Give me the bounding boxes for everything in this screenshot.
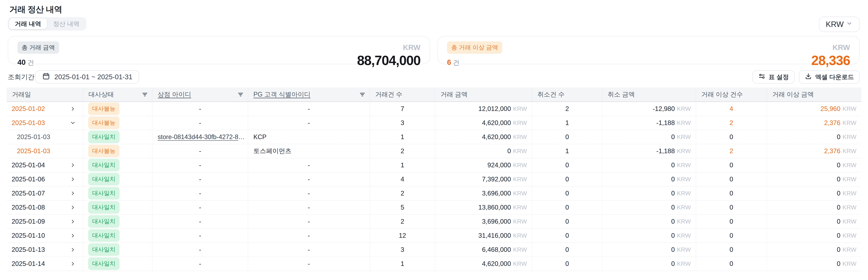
chevron-right-icon[interactable] [70, 247, 76, 253]
transaction-date: 2025-01-13 [11, 246, 45, 253]
date-range-picker[interactable]: 2025-01-01 ~ 2025-01-31 [35, 70, 139, 84]
tab-settlement-history[interactable]: 정산 내역 [48, 19, 85, 29]
transaction-amount: 12,012,000 [478, 105, 511, 113]
total-transaction-amount-card: 총 거래 금액 KRW 40 건 88,704,000 [8, 36, 430, 64]
card-count: 40 [18, 58, 26, 66]
currency-suffix: KRW [842, 162, 857, 169]
table-row: 2025-01-06대사일치--47,392,000KRW00KRW00KRW [7, 172, 861, 186]
anomaly-count: 0 [730, 246, 733, 253]
chevron-right-icon[interactable] [70, 162, 76, 168]
chevron-right-icon[interactable] [70, 190, 76, 196]
pg-customer-id: - [248, 229, 370, 243]
anomaly-count: 0 [730, 218, 733, 225]
filter-icon[interactable] [237, 91, 244, 98]
pg-customer-id: - [248, 172, 370, 186]
chevron-right-icon[interactable] [70, 219, 76, 225]
currency-suffix: KRW [677, 204, 691, 211]
download-icon [805, 73, 812, 81]
currency-suffix: KRW [513, 105, 527, 112]
excel-download-label: 엑셀 다운로드 [815, 73, 854, 81]
anomaly-amount: 0 [837, 246, 841, 253]
cancel-amount: -12,980 [653, 105, 675, 113]
currency-suffix: KRW [513, 147, 527, 155]
anomaly-amount: 2,376 [824, 147, 841, 155]
transaction-count: 2 [401, 190, 404, 197]
tab-transaction-history[interactable]: 거래 내역 [9, 19, 47, 29]
currency-suffix: KRW [677, 232, 691, 239]
chevron-right-icon[interactable] [70, 176, 76, 182]
filter-icon[interactable] [142, 91, 148, 98]
currency-suffix: KRW [677, 134, 691, 140]
transaction-date: 2025-01-06 [11, 175, 45, 183]
table-row: 2025-01-03대사일치store-08143d44-30fb-4272-8… [7, 130, 861, 144]
column-header-4: PG 고객 식별아이디 [248, 87, 370, 102]
currency-suffix: KRW [513, 190, 527, 197]
currency-suffix: KRW [677, 147, 691, 155]
transaction-amount: 3,696,000 [482, 218, 511, 225]
chevron-right-icon[interactable] [70, 106, 76, 112]
column-label: PG 고객 식별아이디 [253, 90, 310, 99]
filter-icon[interactable] [359, 91, 366, 98]
transaction-date: 2025-01-03 [17, 133, 50, 141]
excel-download-button[interactable]: 엑셀 다운로드 [799, 70, 860, 84]
store-id: - [152, 158, 248, 172]
transaction-date: 2025-01-03 [17, 147, 50, 155]
pg-customer-id: - [248, 243, 370, 257]
table-row: 2025-01-04대사일치--1924,000KRW00KRW00KRW [7, 158, 861, 172]
status-badge: 대사일치 [88, 229, 120, 242]
pg-customer-id: - [248, 116, 370, 130]
transaction-date: 2025-01-04 [11, 162, 45, 169]
chevron-right-icon[interactable] [70, 261, 76, 267]
transaction-count: 7 [401, 105, 404, 113]
column-header-7: 취소건 수 [532, 87, 602, 102]
currency-suffix: KRW [513, 232, 527, 239]
currency-suffix: KRW [677, 176, 691, 183]
table-settings-button[interactable]: 표 설정 [752, 70, 795, 84]
status-badge: 대사불능 [88, 103, 120, 115]
transaction-table: 거래일대사상태상점 아이디PG 고객 식별아이디거래건 수거래 금액취소건 수취… [7, 87, 861, 271]
table-row: 2025-01-07대사일치--23,696,000KRW00KRW00KRW [7, 186, 861, 200]
transaction-settlement-page: 거래 정산 내역 거래 내역 정산 내역 KRW 총 거래 금액 KRW 40 … [0, 0, 868, 280]
anomaly-count: 2 [730, 147, 733, 155]
chevron-down-icon[interactable] [70, 120, 76, 126]
currency-suffix: KRW [513, 218, 527, 225]
status-badge: 대사일치 [88, 215, 120, 228]
store-id-link[interactable]: store-08143d44-30fb-4272-8b95-bfb... [158, 133, 248, 141]
cancel-count: 2 [565, 105, 569, 113]
chevron-right-icon[interactable] [70, 233, 76, 239]
anomaly-amount: 0 [837, 175, 841, 183]
card-currency-label: KRW [403, 43, 421, 52]
currency-suffix: KRW [842, 190, 857, 197]
anomaly-count: 0 [730, 175, 733, 183]
anomaly-amount: 0 [837, 162, 841, 169]
column-label: 거래 이상 금액 [772, 90, 814, 99]
column-label: 거래 이상 건수 [701, 90, 743, 99]
cancel-count: 0 [565, 190, 569, 197]
currency-suffix: KRW [513, 204, 527, 211]
table-settings-label: 표 설정 [769, 73, 789, 81]
cancel-count: 0 [565, 246, 569, 253]
transaction-count: 4 [401, 175, 404, 183]
status-badge: 대사일치 [88, 257, 120, 270]
summary-cards: 총 거래 금액 KRW 40 건 88,704,000 총 거래 이상 금액 K… [8, 36, 860, 64]
anomaly-amount: 0 [837, 232, 841, 239]
card-currency-label: KRW [832, 43, 850, 52]
store-id: - [152, 229, 248, 243]
currency-suffix: KRW [513, 246, 527, 253]
currency-select[interactable]: KRW [819, 17, 860, 32]
anomaly-count: 0 [730, 204, 733, 211]
transaction-amount: 6,468,000 [482, 246, 511, 253]
card-count-unit: 건 [27, 58, 34, 67]
chevron-right-icon[interactable] [70, 204, 76, 211]
status-badge: 대사일치 [88, 187, 120, 199]
cancel-count: 0 [565, 133, 569, 141]
cancel-amount: 0 [671, 190, 675, 197]
store-id: - [152, 257, 248, 271]
pg-customer-id: 토스페이먼츠 [253, 147, 291, 155]
anomaly-count: 0 [730, 133, 733, 141]
period-label: 조회기간 [8, 70, 34, 84]
cancel-amount: 0 [671, 260, 675, 268]
store-id: - [152, 201, 248, 214]
table-row: 2025-01-08대사일치--513,860,000KRW00KRW00KRW [7, 200, 861, 215]
pg-customer-id: - [248, 187, 370, 200]
